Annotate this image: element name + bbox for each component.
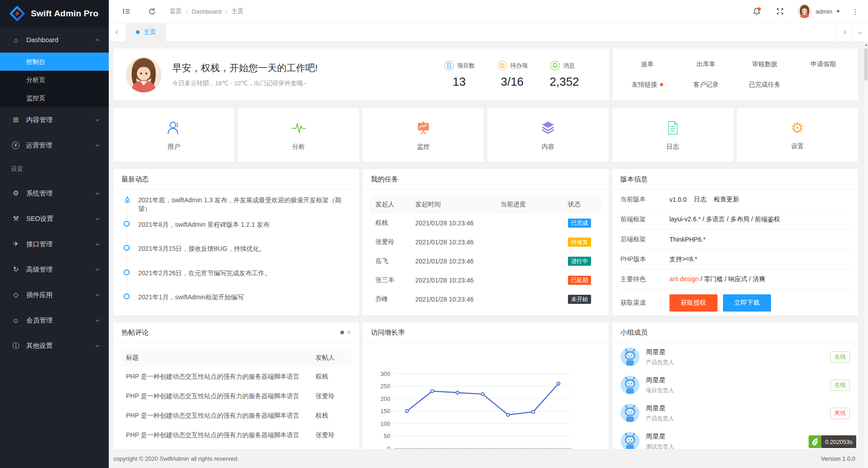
check-update-link[interactable]: 检查更新 bbox=[714, 195, 739, 204]
version-row-frontend: 前端框架 layui-v2.6.* / 多语言 / 多布局 / 前端鉴权 bbox=[621, 210, 850, 229]
quick-link-label: 申请假期 bbox=[810, 60, 836, 68]
shortcut-analysis[interactable]: 分析 bbox=[238, 108, 359, 162]
get-license-button[interactable]: 获取授权 bbox=[669, 294, 718, 312]
version-title: 版本信息 bbox=[621, 175, 648, 184]
footer-version: Version 1.0.0 bbox=[821, 455, 855, 462]
gear-icon: ⚙ bbox=[791, 120, 804, 136]
collapse-sidebar-icon[interactable] bbox=[121, 5, 132, 17]
hot-posts-body: PHP 是一种创建动态交互性站点的强有力的服务器端脚本语言权栈PHP 是一种创建… bbox=[121, 367, 352, 449]
shortcut-content[interactable]: 内容 bbox=[487, 108, 608, 162]
breadcrumb-home[interactable]: 首页 bbox=[170, 7, 182, 15]
username: admin bbox=[815, 8, 832, 15]
sidebar-item-label: 内容管理 bbox=[26, 116, 53, 124]
tabs-scroll-right[interactable] bbox=[835, 23, 852, 41]
welcome-card: 早安，权栈，开始您一天的工作吧! 今日多云转阴，18℃ - 22℃，出门记得穿外… bbox=[113, 49, 609, 101]
chevron-down-icon bbox=[96, 317, 99, 321]
scrollbar[interactable] bbox=[863, 42, 868, 468]
hot-post-row[interactable]: PHP 是一种创建动态交互性站点的强有力的服务器端脚本语言权栈 bbox=[121, 367, 352, 386]
status-badge: 进行中 bbox=[568, 257, 592, 266]
svg-text:0: 0 bbox=[387, 445, 390, 449]
timeline-text: 2021年1月，swiftAdmin框架开始编写 bbox=[138, 293, 244, 301]
chevron-down-icon bbox=[96, 142, 99, 146]
welcome-title: 早安，权栈，开始您一天的工作吧! bbox=[172, 62, 318, 74]
home-icon: ⌂ bbox=[12, 36, 20, 44]
tabs-scroll-left[interactable] bbox=[109, 23, 126, 41]
task-status: 已延期 bbox=[563, 276, 601, 285]
sidebar-item-label: 高级管理 bbox=[26, 265, 53, 274]
changelog-link[interactable]: 日志 bbox=[694, 195, 707, 204]
performance-badge: 0.202053s bbox=[809, 435, 856, 448]
circle-icon bbox=[123, 244, 131, 253]
sidebar-item-SEO设置[interactable]: ⚒SEO设置 bbox=[0, 206, 109, 231]
data-point-Thu bbox=[481, 393, 484, 395]
task-row: 乔峰2021/01/28 10:23:46未开始 bbox=[370, 290, 601, 309]
sidebar-item-会员管理[interactable]: ☺会员管理 bbox=[0, 307, 109, 333]
task-initiator: 岳飞 bbox=[370, 257, 410, 265]
hot-post-row[interactable]: PHP 是一种创建动态交互性站点的强有力的服务器端脚本语言权栈 bbox=[121, 445, 352, 449]
task-status: 已完成 bbox=[563, 219, 601, 228]
shortcut-logs[interactable]: 日志 bbox=[612, 108, 733, 162]
rotate-icon: ↻ bbox=[12, 265, 20, 273]
quick-link-出库单[interactable]: 出库单 bbox=[677, 58, 735, 71]
tab-home[interactable]: 主页 bbox=[126, 23, 166, 41]
sidebar-item-label: 接口管理 bbox=[26, 240, 53, 249]
member-role: 产品负责人 bbox=[646, 359, 674, 366]
user-menu[interactable]: admin bbox=[798, 5, 840, 18]
member-name: 周星星 bbox=[646, 404, 674, 413]
quick-link-已完成任务[interactable]: 已完成任务 bbox=[735, 78, 794, 92]
sidebar-item-其他设置[interactable]: ⓘ其他设置 bbox=[0, 333, 109, 358]
sidebar-item-运营管理[interactable]: ¥运营管理 bbox=[0, 132, 109, 158]
stat-projects: 项目数 13 bbox=[444, 60, 475, 89]
breadcrumb-dashboard[interactable]: Dashboard bbox=[192, 8, 222, 15]
highlight-feature[interactable]: ant design bbox=[669, 275, 699, 283]
line-chart-svg: 050100150200250300MonTueWedThuFriSatSun bbox=[368, 361, 597, 449]
quick-link-label: 友情链接 bbox=[632, 81, 657, 89]
version-row-current: 当前版本 v1.0.0 日志 检查更新 bbox=[621, 190, 850, 210]
more-options-icon[interactable]: ⋮ bbox=[852, 7, 859, 16]
quick-link-申请假期[interactable]: 申请假期 bbox=[794, 58, 853, 71]
quick-link-派单[interactable]: 派单 bbox=[618, 58, 677, 71]
member-role: 项目负责人 bbox=[646, 387, 674, 395]
app-logo[interactable]: Swift Admin Pro bbox=[0, 0, 109, 27]
refresh-icon[interactable] bbox=[146, 5, 158, 17]
sidebar-item-插件应用[interactable]: ◇插件应用 bbox=[0, 282, 109, 307]
member-name: 周星星 bbox=[646, 348, 674, 356]
shortcut-users[interactable]: 用户 bbox=[113, 108, 234, 162]
quick-link-友情链接[interactable]: 友情链接 bbox=[618, 78, 677, 92]
shortcut-monitor[interactable]: 监控 bbox=[363, 108, 484, 162]
hot-post-row[interactable]: PHP 是一种创建动态交互性站点的强有力的服务器端脚本语言权栈 bbox=[121, 406, 352, 425]
hot-post-row[interactable]: PHP 是一种创建动态交互性站点的强有力的服务器端脚本语言张爱玲 bbox=[121, 386, 352, 406]
sidebar-item-内容管理[interactable]: ⊞内容管理 bbox=[0, 107, 109, 132]
download-button[interactable]: 立即下载 bbox=[723, 294, 771, 312]
task-initiator: 乔峰 bbox=[370, 295, 410, 303]
sidebar-item-Dashboard[interactable]: ⌂Dashboard bbox=[0, 27, 109, 53]
data-point-Sat bbox=[532, 410, 535, 413]
sidebar-item-接口管理[interactable]: ✈接口管理 bbox=[0, 231, 109, 257]
content-grid-icon: ⊞ bbox=[12, 116, 20, 124]
carousel-dot-1[interactable] bbox=[340, 331, 344, 334]
sidebar: Swift Admin Pro ⌂Dashboard控制台分析页监控页⊞内容管理… bbox=[0, 0, 109, 468]
sidebar-item-系统管理[interactable]: ⚙系统管理 bbox=[0, 180, 109, 206]
sidebar-item-高级管理[interactable]: ↻高级管理 bbox=[0, 257, 109, 282]
red-dot-indicator bbox=[660, 83, 663, 86]
chevron-down-icon bbox=[96, 292, 99, 296]
sidebar-item-分析页[interactable]: 分析页 bbox=[0, 71, 109, 89]
quick-link-客户记录[interactable]: 客户记录 bbox=[677, 78, 735, 92]
sidebar-item-控制台[interactable]: 控制台 bbox=[0, 53, 109, 71]
task-initiator: 张三丰 bbox=[370, 276, 410, 284]
post-author: 张爱玲 bbox=[310, 431, 352, 439]
shortcut-settings[interactable]: ⚙ 设置 bbox=[737, 108, 858, 162]
quick-link-审核数据[interactable]: 审核数据 bbox=[735, 58, 794, 71]
scrollbar-thumb[interactable] bbox=[864, 48, 868, 81]
notifications-bell-icon[interactable] bbox=[751, 5, 762, 17]
task-row: 权栈2021/01/28 10:23:46已完成 bbox=[370, 214, 601, 233]
hot-post-row[interactable]: PHP 是一种创建动态交互性站点的强有力的服务器端脚本语言张爱玲 bbox=[121, 425, 352, 445]
scrollbar-up-arrow[interactable] bbox=[865, 44, 868, 46]
user-icon bbox=[166, 120, 182, 136]
svg-text:50: 50 bbox=[384, 433, 390, 439]
tabs-menu-icon[interactable] bbox=[852, 23, 868, 41]
status-badge: 待修复 bbox=[568, 238, 592, 247]
fullscreen-icon[interactable] bbox=[774, 5, 786, 17]
carousel-dot-2[interactable] bbox=[347, 331, 351, 334]
sidebar-item-监控页[interactable]: 监控页 bbox=[0, 89, 109, 107]
